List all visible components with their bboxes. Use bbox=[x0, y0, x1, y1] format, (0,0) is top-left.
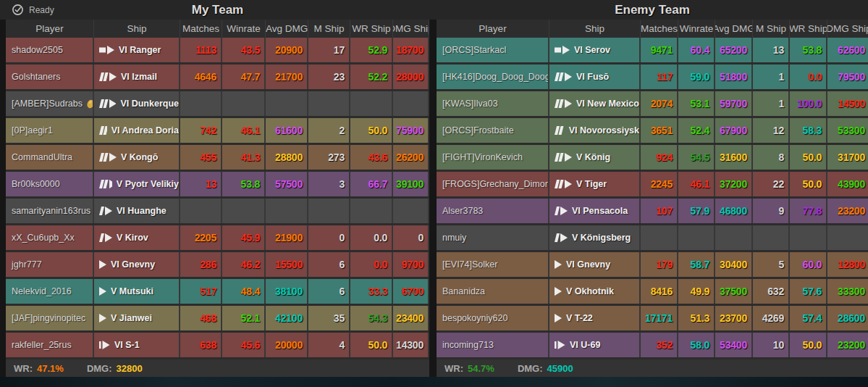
ship-dmg-cell: 53300 bbox=[827, 118, 868, 143]
ship-matches-cell: 22 bbox=[753, 172, 790, 196]
player-row[interactable]: [AMBER]SudrabsVI Dunkerque bbox=[6, 91, 429, 116]
ship-winrate-cell: 0.0 bbox=[350, 225, 393, 250]
column-header-wr-ship: WR Ship bbox=[790, 20, 827, 38]
winrate-cell: 43.5 bbox=[222, 38, 266, 62]
ship-cell: VI U-69 bbox=[549, 333, 641, 357]
column-header-winrate: Winrate bbox=[222, 20, 266, 38]
ship-winrate-cell bbox=[790, 225, 827, 250]
winrate-cell: 51.3 bbox=[678, 306, 715, 330]
destroyer-icon bbox=[555, 260, 562, 269]
ship-cell: VI Gnevny bbox=[94, 252, 180, 277]
ship-cell: V König bbox=[549, 145, 641, 170]
ship-matches-cell: 3 bbox=[308, 172, 350, 196]
destroyer-icon bbox=[99, 287, 106, 296]
matches-cell: 352 bbox=[641, 333, 678, 357]
matches-cell: 517 bbox=[180, 279, 222, 304]
ship-dmg-cell: 0 bbox=[393, 225, 429, 250]
ship-dmg-cell: 18700 bbox=[393, 38, 429, 62]
column-header-player: Player bbox=[437, 20, 549, 38]
matches-cell: 117 bbox=[641, 64, 678, 89]
battleship-icon bbox=[99, 99, 116, 108]
ship-winrate-cell: 77.8 bbox=[790, 199, 827, 223]
matches-cell: 13 bbox=[180, 172, 222, 196]
ship-cell: VI New Mexico bbox=[549, 91, 641, 116]
player-row[interactable]: jghr777VI Gnevny28646.21550060.09700 bbox=[6, 252, 429, 277]
player-row[interactable]: [ORCS]FrostbaiteVI Novorossiysk365152.46… bbox=[437, 118, 868, 143]
carrier-icon bbox=[555, 46, 570, 54]
matches-cell: 638 bbox=[180, 333, 222, 357]
player-row[interactable]: Alser3783VI Pensacola10757.946800977.823… bbox=[437, 199, 868, 223]
winrate-cell: 60.4 bbox=[678, 38, 715, 62]
ship-dmg-cell: 26200 bbox=[393, 145, 429, 170]
battleship-icon bbox=[555, 153, 572, 162]
avg-dmg-cell: 57500 bbox=[266, 172, 308, 196]
player-row[interactable]: GolshtanersVI Izmail464647.7217002352.22… bbox=[6, 64, 429, 89]
column-header-ship: Ship bbox=[94, 20, 180, 38]
avg-dmg-cell: 21900 bbox=[266, 225, 308, 250]
ship-matches-cell: 10 bbox=[753, 333, 790, 357]
matches-cell: 455 bbox=[180, 145, 222, 170]
player-row[interactable]: [FROGS]Grechany_DimonV Tiger224546.13720… bbox=[437, 172, 868, 196]
player-row[interactable]: [HK416]Doog_Doog_DoogVI Fusō11759.051800… bbox=[437, 64, 868, 89]
avg-dmg-cell: 20000 bbox=[266, 333, 308, 357]
player-name: nmuiy bbox=[437, 225, 549, 250]
player-row[interactable]: [FIGHT]VironKevichV König92454.531600850… bbox=[437, 145, 868, 170]
column-header-dmg-ship: DMG Ship bbox=[393, 20, 429, 38]
player-row[interactable]: nmuiyV Königsberg bbox=[437, 225, 868, 250]
matches-cell: 2245 bbox=[641, 172, 678, 196]
battleship-icon bbox=[99, 153, 117, 162]
player-row[interactable]: Nelekvid_2016V Mutsuki51748.438100633.36… bbox=[6, 279, 429, 304]
ship-cell: VI Izmail bbox=[94, 64, 180, 89]
ship-matches-cell: 4269 bbox=[753, 306, 790, 330]
player-row[interactable]: xX_Cu6upb_XxV Kirov220545.92190000.00 bbox=[6, 225, 429, 250]
player-row[interactable]: incoming713VI U-6935258.0534001050.02320… bbox=[437, 333, 868, 357]
player-row[interactable]: shadow2505VI Ranger111343.5209001752.918… bbox=[6, 38, 429, 62]
player-row[interactable]: samarityanin163rusVI Huanghe bbox=[6, 199, 429, 223]
player-name: [EVI74]Solker bbox=[437, 252, 549, 277]
ship-cell: V Kirov bbox=[94, 225, 180, 250]
battleship-icon bbox=[555, 180, 572, 188]
player-row[interactable]: [JAF]pingvinopitecV Jianwei46852.1421003… bbox=[6, 306, 429, 330]
player-row[interactable]: [EVI74]SolkerVI Gnevny17958.730400560.01… bbox=[437, 252, 868, 277]
ship-dmg-cell: 23200 bbox=[827, 199, 868, 223]
matches-cell: 4646 bbox=[180, 64, 222, 89]
player-row[interactable]: [0P]aegir1VI Andrea Doria74246.161600250… bbox=[6, 118, 429, 143]
ship-matches-cell: 13 bbox=[753, 38, 790, 62]
ship-winrate-cell: 50.0 bbox=[790, 145, 827, 170]
player-row[interactable]: rakfeller_25rusVI S-163845.620000450.014… bbox=[6, 333, 429, 357]
winrate-cell: 45.6 bbox=[222, 333, 266, 357]
ship-name: V T-22 bbox=[566, 313, 593, 323]
ship-winrate-cell: 58.3 bbox=[790, 118, 827, 143]
player-name: [ORCS]Frostbaite bbox=[437, 118, 549, 143]
player-name: [ORCS]Starkacl bbox=[437, 38, 549, 62]
ship-dmg-cell: 6700 bbox=[393, 279, 429, 304]
player-name: samarityanin163rus bbox=[6, 199, 94, 223]
ship-matches-cell: 12 bbox=[753, 118, 790, 143]
player-row[interactable]: CommandUltraV Kongō45541.32880027343.626… bbox=[6, 145, 429, 170]
ship-name: VI Dunkerque bbox=[120, 99, 179, 109]
player-row[interactable]: bespokoyniy620V T-221717151.323700426957… bbox=[437, 306, 868, 330]
ship-cell: VI Ranger bbox=[94, 38, 180, 62]
ship-winrate-cell: 0.0 bbox=[790, 64, 827, 89]
ship-name: V Okhotnik bbox=[566, 286, 614, 296]
ship-name: VI Ranger bbox=[119, 45, 161, 55]
battleship-icon bbox=[555, 126, 565, 135]
ship-matches-cell: 23 bbox=[308, 64, 350, 89]
ship-winrate-cell: 57.6 bbox=[790, 279, 827, 304]
ship-matches-cell: 0 bbox=[308, 225, 350, 250]
my-team-title: My Team bbox=[6, 0, 429, 20]
ship-cell: V T-22 bbox=[549, 306, 641, 330]
player-row[interactable]: [ORCS]StarkaclVI Serov947160.4652001353.… bbox=[437, 38, 868, 62]
ship-winrate-cell: 53.8 bbox=[790, 38, 827, 62]
battleship-icon bbox=[99, 72, 117, 81]
player-name: Alser3783 bbox=[437, 199, 549, 223]
matches-cell: 1113 bbox=[180, 38, 222, 62]
player-row[interactable]: Br00ks0000V Pyotr Velikiy1353.857500366.… bbox=[6, 172, 429, 196]
column-header-dmg-ship: DMG Ship bbox=[827, 20, 868, 38]
matches-cell: 924 bbox=[641, 145, 678, 170]
ship-cell: V Kongō bbox=[94, 145, 180, 170]
player-row[interactable]: BananidzaV Okhotnik841649.93750063257.63… bbox=[437, 279, 868, 304]
ship-winrate-cell: 57.4 bbox=[790, 306, 827, 330]
player-row[interactable]: [KWAS]Ilva03VI New Mexico207453.15970011… bbox=[437, 91, 868, 116]
matchmaking-monitor-overlay: Ready My Team Enemy Team PlayerShipMatch… bbox=[0, 0, 868, 387]
